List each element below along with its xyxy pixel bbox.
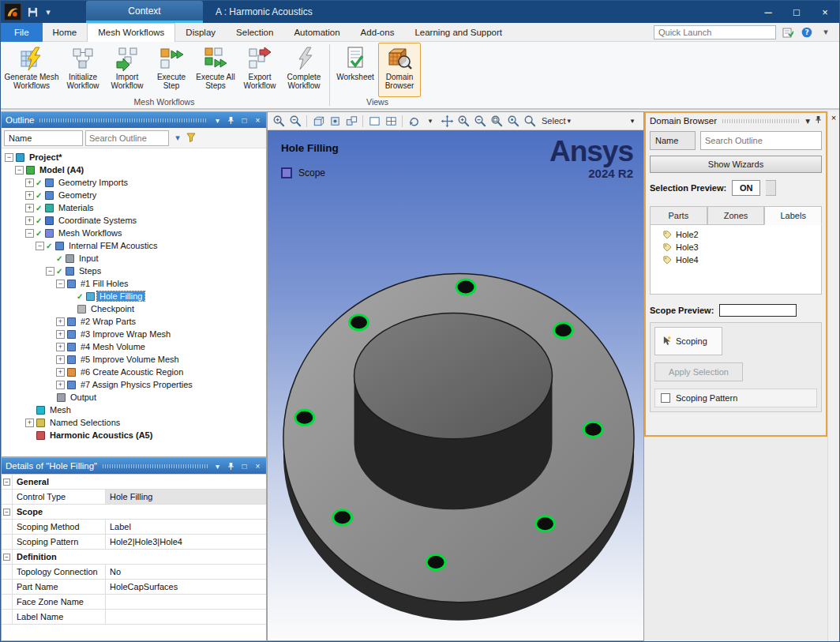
tree-item-model-a4[interactable]: −Model (A4) xyxy=(3,163,266,176)
collapse-icon[interactable]: − xyxy=(15,166,24,175)
filter-caret-icon[interactable]: ▾ xyxy=(171,133,184,143)
help-icon[interactable]: ? xyxy=(800,25,814,39)
float-panel-icon[interactable]: □ xyxy=(240,116,249,125)
menu-tab-learning-and-support[interactable]: Learning and Support xyxy=(404,23,512,42)
tree-item-harmonic-acoustics-a5[interactable]: Harmonic Acoustics (A5) xyxy=(3,429,266,441)
tree-item-materials[interactable]: +✓Materials xyxy=(3,201,266,214)
select-mode-dropdown[interactable]: Select▾ xyxy=(538,114,574,129)
tree-item-coordinate-systems[interactable]: +✓Coordinate Systems xyxy=(3,214,266,227)
menu-tab-selection[interactable]: Selection xyxy=(226,23,283,42)
generate-mesh-workflows-button[interactable]: Generate Mesh Workflows xyxy=(3,43,60,97)
selection-preview-toggle-extension[interactable] xyxy=(766,180,776,196)
zoom-out-icon[interactable] xyxy=(287,114,303,129)
tree-item-steps[interactable]: −✓Steps xyxy=(3,265,266,277)
zoom-in-icon[interactable] xyxy=(271,114,287,129)
panel-menu-caret-icon[interactable]: ▾ xyxy=(805,115,810,126)
export-workflow-button[interactable]: Export Workflow xyxy=(238,43,281,97)
domain-tab-labels[interactable]: Labels xyxy=(764,206,822,225)
tree-item-internal-fem-acoustics[interactable]: −✓Internal FEM Acoustics xyxy=(3,239,266,252)
close-dock-icon[interactable]: × xyxy=(828,111,839,124)
collapse-icon[interactable]: − xyxy=(46,267,54,276)
collapse-icon[interactable]: − xyxy=(25,229,34,238)
menu-tab-home[interactable]: Home xyxy=(43,23,88,42)
look-at-icon[interactable] xyxy=(327,114,343,129)
tree-item-5-improve-volume-mesh[interactable]: +#5 Improve Volume Mesh xyxy=(3,353,266,366)
execute-step-button[interactable]: Execute Step xyxy=(150,43,193,97)
expand-icon[interactable]: + xyxy=(56,355,65,364)
panel-menu-caret-icon[interactable]: ▾ xyxy=(213,462,222,471)
execute-all-steps-button[interactable]: Execute All Steps xyxy=(194,43,237,97)
part-3d-model[interactable] xyxy=(268,130,643,640)
expand-icon[interactable]: + xyxy=(56,381,65,389)
save-icon[interactable] xyxy=(24,3,40,21)
tree-item-6-create-acoustic-region[interactable]: +#6 Create Acoustic Region xyxy=(3,366,266,378)
zoom-plus-icon[interactable] xyxy=(456,114,471,129)
close-panel-icon[interactable]: × xyxy=(253,462,262,471)
tree-item-checkpoint[interactable]: Checkpoint xyxy=(3,302,266,315)
worksheet-button[interactable]: Worksheet xyxy=(334,43,377,97)
pin-icon[interactable] xyxy=(815,115,822,126)
minimize-button[interactable]: ─ xyxy=(754,1,782,23)
details-value-topology-connection[interactable]: No xyxy=(106,565,266,579)
tree-item-named-selections[interactable]: +Named Selections xyxy=(3,416,266,429)
iso-view-icon[interactable] xyxy=(310,114,326,129)
label-item-hole2[interactable]: Hole2 xyxy=(651,228,821,241)
selection-preview-toggle[interactable]: ON xyxy=(732,180,760,196)
scoping-tab[interactable]: Scoping xyxy=(654,327,722,355)
filter-funnel-icon[interactable] xyxy=(186,133,196,144)
pan-icon[interactable] xyxy=(439,114,455,129)
panel-drag-grip[interactable] xyxy=(103,464,208,468)
details-value-part-name[interactable]: HoleCapSurfaces xyxy=(106,580,266,594)
initialize-workflow-button[interactable]: Initialize Workflow xyxy=(62,43,104,97)
scoping-pattern-checkbox[interactable] xyxy=(661,393,670,403)
details-value-scoping-method[interactable]: Label xyxy=(106,520,266,534)
zoom-minus-icon[interactable] xyxy=(472,114,488,129)
expand-icon[interactable]: + xyxy=(25,216,34,225)
label-item-hole4[interactable]: Hole4 xyxy=(651,253,821,266)
toolbar-overflow[interactable]: ▾ xyxy=(624,114,640,129)
expand-icon[interactable]: + xyxy=(56,317,65,326)
pin-icon[interactable] xyxy=(227,462,235,471)
name-filter-dropdown[interactable]: Name xyxy=(4,130,83,146)
menu-tab-display[interactable]: Display xyxy=(175,23,226,42)
maximize-button[interactable]: □ xyxy=(782,1,811,23)
expand-icon[interactable]: + xyxy=(25,178,34,187)
tree-item-4-mesh-volume[interactable]: +#4 Mesh Volume xyxy=(3,340,266,353)
category-collapse-icon[interactable]: − xyxy=(3,479,10,486)
domain-tab-parts[interactable]: Parts xyxy=(650,206,707,225)
tree-item-1-fill-holes[interactable]: −#1 Fill Holes xyxy=(3,277,266,290)
tree-item-3-improve-wrap-mesh[interactable]: +#3 Improve Wrap Mesh xyxy=(3,328,266,340)
zoom-fit-icon[interactable] xyxy=(505,114,521,129)
titlebar-caret-icon[interactable]: ▾ xyxy=(40,3,56,21)
expand-icon[interactable]: + xyxy=(56,368,65,377)
menu-tab-file[interactable]: File xyxy=(1,23,43,42)
apply-selection-button[interactable]: Apply Selection xyxy=(654,362,743,381)
tree-item-geometry-imports[interactable]: +✓Geometry Imports xyxy=(3,176,266,189)
menu-tab-add-ons[interactable]: Add-ons xyxy=(351,23,405,42)
tree-item-hole-filling[interactable]: ✓Hole Filling xyxy=(3,290,266,302)
tree-item-mesh-workflows[interactable]: −✓Mesh Workflows xyxy=(3,227,266,239)
details-value-scoping-pattern[interactable]: Hole2|Hole3|Hole4 xyxy=(106,535,266,549)
zoom-all-icon[interactable] xyxy=(522,114,538,129)
float-panel-icon[interactable]: □ xyxy=(240,462,249,471)
menu-tab-automation[interactable]: Automation xyxy=(283,23,350,42)
expand-icon[interactable]: + xyxy=(25,191,34,200)
rotate-options-caret[interactable]: ▾ xyxy=(422,114,438,129)
context-tab[interactable]: Context xyxy=(86,1,203,23)
details-value-label-name[interactable] xyxy=(106,610,266,624)
collapse-icon[interactable]: − xyxy=(5,153,13,162)
panel-drag-grip[interactable] xyxy=(722,119,800,123)
close-button[interactable]: × xyxy=(811,1,839,23)
scope-preview-box[interactable] xyxy=(719,304,797,317)
viewport-multi-icon[interactable] xyxy=(383,114,399,129)
close-panel-icon[interactable]: × xyxy=(253,116,262,125)
tree-item-7-assign-physics-properties[interactable]: +#7 Assign Physics Properties xyxy=(3,378,266,391)
complete-workflow-button[interactable]: Complete Workflow xyxy=(283,43,325,97)
tree-item-input[interactable]: ✓Input xyxy=(3,252,266,265)
quick-launch-input[interactable] xyxy=(654,25,776,39)
viewport-single-icon[interactable] xyxy=(366,114,382,129)
expand-icon[interactable]: + xyxy=(56,330,65,339)
expand-icon[interactable]: + xyxy=(56,343,65,351)
domain-name-filter-dropdown[interactable]: Name xyxy=(650,131,696,150)
domain-search-input[interactable] xyxy=(700,131,822,150)
